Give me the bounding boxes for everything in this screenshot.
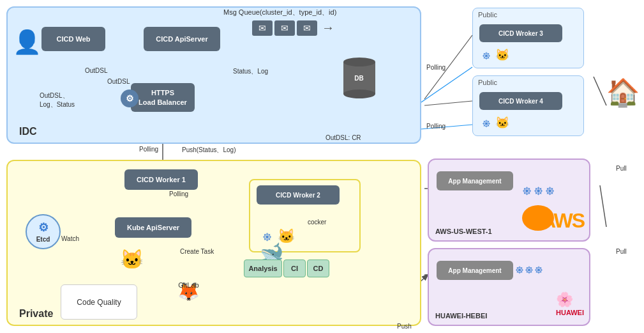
worker1-polling: Polling <box>169 190 188 197</box>
code-quality-box: Code Quality <box>61 284 137 320</box>
aws-cloud-icon <box>522 205 554 231</box>
https-lb-box: ⚙ HTTPS Load Balancer <box>131 83 195 112</box>
cicd-apiserver-box: CICD ApiServer <box>144 27 220 51</box>
aws-region: AWS-US-WEST-1 App Management ⎈ ⎈ ⎈ AWS <box>428 159 590 242</box>
wroker3-icons: ⎈ 🐱 <box>483 48 509 63</box>
mail-icon-3: ✉ <box>297 20 317 36</box>
kube-icon-hw-2: ⎈ <box>525 262 533 277</box>
wroker4-icons: ⎈ 🐱 <box>483 116 509 130</box>
huawei-label: HUAWEI-HEBEI <box>435 312 487 320</box>
push-label: Push <box>397 323 412 330</box>
huawei-logo: 🌸 HUAWEI <box>556 291 584 317</box>
svg-line-22 <box>600 185 606 227</box>
cd-box: CD <box>307 259 329 277</box>
polling-label-pub1: Polling <box>426 64 446 71</box>
polling-label-idc: Polling <box>139 146 158 153</box>
analysis-box: Analysis <box>244 259 282 277</box>
cat-icon-private: 🐱 <box>120 248 144 270</box>
cocker-label: cocker <box>308 219 326 226</box>
aws-label: AWS-US-WEST-1 <box>435 228 492 235</box>
aws-kube-icons: ⎈ ⎈ ⎈ <box>523 182 554 199</box>
create-task-label: Create Task <box>180 248 214 255</box>
cicd-wroker2-box: CICD Wroker 2 <box>257 185 340 205</box>
user-icon: 👤 <box>13 29 41 56</box>
architecture-diagram: IDC Private Public CICD Wroker 3 ⎈ 🐱 Pub… <box>0 0 644 333</box>
svg-line-21 <box>594 77 606 105</box>
kube-icon-hw-1: ⎈ <box>516 262 523 277</box>
huawei-region: HUAWEI-HEBEI App Management ⎈ ⎈ ⎈ 🌸 HUAW… <box>428 248 590 326</box>
outdsl-label-2: OutDSL <box>107 78 130 85</box>
outdsl-label-1: OutDSL <box>85 67 108 74</box>
svg-line-16 <box>424 101 472 105</box>
mail-icon-2: ✉ <box>274 20 295 36</box>
lighthouse-icon: 🏠 <box>606 77 640 108</box>
outdsl-log-label: OutDSL、Log、Status <box>40 91 75 109</box>
idc-label: IDC <box>19 126 37 137</box>
kube-icon-aws-3: ⎈ <box>546 182 554 199</box>
kubernetes-icon-3: ⎈ <box>483 48 490 63</box>
polling-label-pub2: Polling <box>426 123 446 130</box>
kube-icon-aws-1: ⎈ <box>523 182 531 199</box>
mail-icon-1: ✉ <box>252 20 273 36</box>
etcd-icon: ⚙ <box>38 221 49 235</box>
app-mgmt-huawei: App Management <box>437 261 513 280</box>
huawei-logo-box: 🌸 HUAWEI <box>556 291 584 317</box>
kube-icon-aws-2: ⎈ <box>534 182 543 199</box>
gitlab-label: GitLab <box>178 281 198 289</box>
public-box-1: Public CICD Wroker 3 ⎈ 🐱 <box>472 8 584 68</box>
etcd-box: ⚙ Etcd <box>26 214 61 249</box>
db-shape: DB <box>341 58 377 99</box>
db-top <box>343 58 375 66</box>
cicd-wroker3-box: CICD Wroker 3 <box>479 24 562 42</box>
public-box-2: Public CICD Wroker 4 ⎈ 🐱 <box>472 75 584 136</box>
huawei-kube-icons: ⎈ ⎈ ⎈ <box>516 262 554 277</box>
lb-icon: ⚙ <box>121 89 139 107</box>
ci-box: CI <box>283 259 306 277</box>
public-2-label: Public <box>478 79 497 86</box>
cicd-web-box: CICD Web <box>41 27 105 51</box>
db-bottom <box>343 89 375 98</box>
cicd-wroker4-box: CICD Wroker 4 <box>479 92 562 110</box>
public-1-label: Public <box>478 11 497 19</box>
watch-label: Watch <box>61 235 79 242</box>
outdsl-cr-label: OutDSL: CR <box>326 134 361 141</box>
status-log-label: Status、Log <box>233 67 268 76</box>
pull-label-1: Pull <box>616 165 627 172</box>
mail-queue-icons: ✉ ✉ ✉ → <box>252 20 334 36</box>
cicd-worker1-box: CICD Worker 1 <box>124 169 198 190</box>
push-status-label: Push(Status、Log) <box>182 146 236 155</box>
kube-apiserver-box: Kube ApiServer <box>115 217 191 238</box>
gitlab-box: 🦊 GitLab <box>177 281 200 302</box>
pull-label-2: Pull <box>616 248 627 255</box>
msg-queue-label: Msg Queue(cluster_id、type_id、id) <box>223 8 336 17</box>
kubernetes-icon-4: ⎈ <box>483 116 490 130</box>
queue-arrow: → <box>322 20 334 36</box>
app-mgmt-aws: App Management <box>437 171 513 190</box>
kube-icon-hw-3: ⎈ <box>535 262 543 277</box>
private-label: Private <box>19 308 53 320</box>
cat-icon-4: 🐱 <box>495 116 509 130</box>
cat-icon-3: 🐱 <box>495 48 509 63</box>
